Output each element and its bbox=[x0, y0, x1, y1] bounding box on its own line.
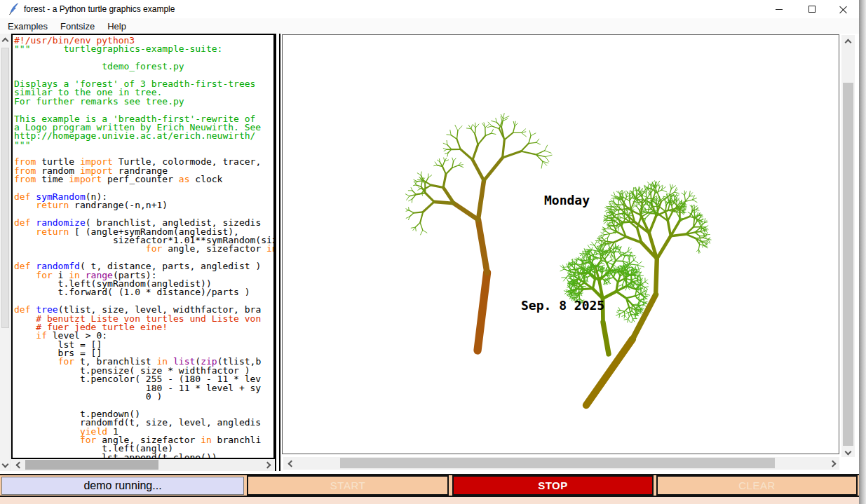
canvas-horizontal-scrollbar[interactable] bbox=[283, 457, 839, 470]
code-line: return randrange(-n,n+1) bbox=[14, 201, 273, 210]
control-bar: demo running... START STOP CLEAR bbox=[0, 474, 859, 496]
window-title: forest - a Python turtle graphics exampl… bbox=[24, 4, 175, 14]
code-horizontal-scrollbar[interactable] bbox=[11, 459, 275, 471]
scroll-right-arrow[interactable] bbox=[827, 457, 837, 470]
scrollbar-thumb[interactable] bbox=[1, 48, 9, 328]
stop-button[interactable]: STOP bbox=[452, 475, 654, 496]
scroll-left-arrow[interactable] bbox=[286, 457, 296, 470]
status-label: demo running... bbox=[1, 477, 244, 495]
tree-branches-level-3 bbox=[414, 128, 536, 223]
scroll-up-arrow[interactable] bbox=[0, 36, 11, 45]
menu-item-help[interactable]: Help bbox=[101, 19, 133, 34]
close-icon bbox=[839, 6, 847, 13]
scroll-up-arrow[interactable] bbox=[841, 38, 855, 46]
start-button[interactable]: START bbox=[247, 475, 449, 496]
minimize-icon bbox=[776, 9, 783, 10]
code-vertical-scrollbar[interactable] bbox=[0, 34, 11, 471]
code-line: tdemo_forest.py bbox=[14, 62, 273, 71]
forest-drawing bbox=[283, 35, 839, 454]
code-line: For further remarks see tree.py bbox=[14, 97, 273, 106]
chevron-down-icon bbox=[845, 448, 852, 455]
scroll-down-arrow[interactable] bbox=[841, 447, 855, 456]
code-line: """ turtlegraphics-example-suite: bbox=[14, 45, 273, 53]
code-line: from time import perf_counter as clock bbox=[14, 175, 273, 184]
scroll-left-arrow[interactable] bbox=[14, 459, 24, 471]
code-line: lst.append(t.clone()) bbox=[14, 454, 273, 459]
tree-branches-level-6 bbox=[642, 233, 671, 259]
code-line: http://homepage.univie.ac.at/erich.neuwi… bbox=[14, 132, 273, 140]
scroll-right-arrow[interactable] bbox=[262, 459, 272, 471]
chevron-left-icon bbox=[15, 462, 22, 469]
canvas-label-date: Sep. 8 2025 bbox=[521, 298, 604, 313]
feather-icon[interactable] bbox=[8, 3, 20, 15]
menu-item-examples[interactable]: Examples bbox=[1, 19, 54, 34]
tree-branches-level-8 bbox=[478, 273, 487, 350]
tree-branches-level-7 bbox=[656, 259, 657, 294]
code-editor[interactable]: #!/usr/bin/env python3""" turtlegraphics… bbox=[11, 34, 275, 459]
minimize-button[interactable] bbox=[763, 0, 794, 18]
title-bar: forest - a Python turtle graphics exampl… bbox=[0, 0, 859, 18]
clear-button[interactable]: CLEAR bbox=[656, 475, 858, 496]
scrollbar-thumb[interactable] bbox=[843, 83, 853, 446]
code-line: 0 ) bbox=[14, 393, 273, 401]
chevron-up-icon bbox=[2, 37, 9, 44]
code-line: """ bbox=[14, 141, 273, 149]
tree-branches-level-7 bbox=[478, 220, 487, 273]
close-button[interactable] bbox=[827, 0, 859, 18]
scroll-down-arrow[interactable] bbox=[0, 460, 11, 468]
maximize-icon bbox=[809, 6, 816, 13]
window-frame-bottom bbox=[0, 496, 859, 504]
menu-item-fontsize[interactable]: Fontsize bbox=[54, 19, 101, 34]
canvas-label-weekday: Monday bbox=[544, 193, 590, 207]
tree-branches-level-8 bbox=[603, 322, 609, 354]
chevron-left-icon bbox=[287, 460, 295, 467]
turtle-canvas: Monday Sep. 8 2025 bbox=[282, 34, 839, 454]
code-line: t.forward( (1.0 * distance)/parts ) bbox=[14, 288, 273, 297]
menu-bar: ExamplesFontsizeHelp bbox=[0, 18, 859, 34]
tree-branches-level-6 bbox=[454, 181, 484, 220]
canvas-vertical-scrollbar[interactable] bbox=[841, 35, 855, 457]
code-line: for angle, sizefactor in bbox=[14, 245, 273, 253]
application-window: forest - a Python turtle graphics exampl… bbox=[0, 0, 866, 504]
chevron-right-icon bbox=[264, 462, 271, 469]
chevron-right-icon bbox=[829, 460, 836, 467]
pane-divider[interactable] bbox=[279, 34, 280, 471]
chevron-up-icon bbox=[845, 39, 852, 46]
maximize-button[interactable] bbox=[796, 0, 827, 18]
window-frame-right bbox=[859, 0, 866, 504]
scrollbar-thumb[interactable] bbox=[25, 460, 158, 470]
tree-branches-level-5 bbox=[626, 215, 686, 243]
pane-divider[interactable] bbox=[275, 34, 276, 471]
chevron-down-icon bbox=[2, 461, 9, 468]
scrollbar-thumb[interactable] bbox=[340, 458, 775, 468]
